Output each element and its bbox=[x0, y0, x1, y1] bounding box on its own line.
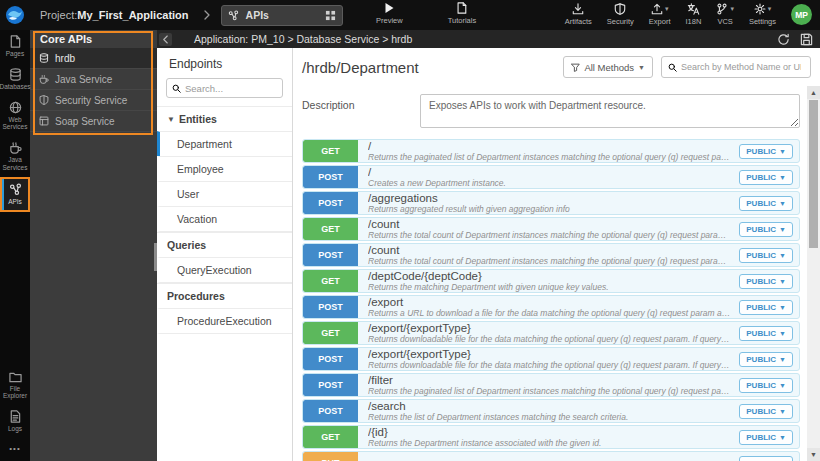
filter-icon bbox=[571, 63, 580, 72]
settings-label: Settings bbox=[749, 17, 776, 26]
endpoint-item[interactable]: Vacation bbox=[157, 206, 292, 232]
artifacts-button[interactable]: Artifacts bbox=[565, 2, 592, 26]
api-method-row[interactable]: POST /aggregations Returns aggregated re… bbox=[302, 191, 800, 215]
api-method-row[interactable]: GET /{id} Returns the Department instanc… bbox=[302, 425, 800, 449]
method-path: / bbox=[368, 166, 731, 178]
visibility-dropdown[interactable]: PUBLIC ▼ bbox=[739, 170, 793, 185]
scroll-down-button[interactable]: ▼ bbox=[807, 448, 820, 461]
visibility-dropdown[interactable]: PUBLIC ▼ bbox=[739, 456, 793, 461]
api-method-row[interactable]: GET /deptCode/{deptCode} Returns the mat… bbox=[302, 269, 800, 293]
endpoint-item[interactable]: QueryExecution bbox=[157, 257, 292, 283]
endpoints-group-procedures[interactable]: Procedures bbox=[157, 283, 292, 308]
visibility-dropdown[interactable]: PUBLIC ▼ bbox=[739, 144, 793, 159]
i18n-button[interactable]: I18N bbox=[686, 2, 702, 26]
method-description: Returns the total count of Department in… bbox=[368, 230, 731, 240]
logo-icon bbox=[5, 5, 25, 25]
caret-down-icon: ▼ bbox=[779, 304, 786, 311]
visibility-label: PUBLIC bbox=[746, 329, 776, 338]
sidebar-item-label: Web Services bbox=[0, 116, 30, 132]
api-method-row[interactable]: POST /filter Returns the paginated list … bbox=[302, 373, 800, 397]
wavemaker-logo[interactable] bbox=[0, 0, 30, 30]
page-title: /hrdb/Department bbox=[302, 59, 563, 76]
core-api-item-hrdb[interactable]: hrdb bbox=[30, 48, 157, 69]
project-name-value: My_First_Application bbox=[77, 9, 188, 21]
sidebar-item-databases[interactable]: Databases bbox=[0, 63, 30, 96]
core-api-item-security-service[interactable]: Security Service bbox=[30, 90, 157, 111]
sidebar-item-pages[interactable]: Pages bbox=[0, 30, 30, 63]
endpoints-search[interactable] bbox=[166, 78, 283, 98]
tutorials-button[interactable]: Tutorials bbox=[448, 2, 476, 25]
save-icon[interactable] bbox=[800, 33, 813, 46]
api-method-row[interactable]: POST /count Returns the total count of D… bbox=[302, 243, 800, 267]
endpoint-item[interactable]: Department bbox=[157, 131, 292, 156]
scroll-up-button[interactable]: ▲ bbox=[807, 86, 820, 99]
endpoint-item[interactable]: User bbox=[157, 181, 292, 206]
api-method-row[interactable]: POST /export Returns a URL to download a… bbox=[302, 295, 800, 319]
method-description: Returns aggregated result with given agg… bbox=[368, 204, 731, 214]
visibility-dropdown[interactable]: PUBLIC ▼ bbox=[739, 222, 793, 237]
methods-scroll-area: Description Exposes APIs to work with De… bbox=[293, 86, 807, 461]
visibility-dropdown[interactable]: PUBLIC ▼ bbox=[739, 248, 793, 263]
api-method-row[interactable]: GET /count Returns the total count of De… bbox=[302, 217, 800, 241]
grid-icon[interactable] bbox=[325, 10, 336, 21]
visibility-dropdown[interactable]: PUBLIC ▼ bbox=[739, 300, 793, 315]
visibility-dropdown[interactable]: PUBLIC ▼ bbox=[739, 274, 793, 289]
api-method-row[interactable]: POST /export/{exportType} Returns downlo… bbox=[302, 347, 800, 371]
preview-label: Preview bbox=[376, 16, 403, 25]
settings-button[interactable]: ▾ Settings bbox=[749, 2, 776, 26]
sidebar-item-java-services[interactable]: Java Services bbox=[0, 136, 30, 177]
visibility-dropdown[interactable]: PUBLIC ▼ bbox=[739, 196, 793, 211]
visibility-dropdown[interactable]: PUBLIC ▼ bbox=[739, 352, 793, 367]
vertical-scrollbar[interactable]: ▲ ▼ bbox=[807, 86, 820, 461]
core-api-item-label: Security Service bbox=[55, 95, 127, 106]
rail-spacer bbox=[0, 212, 30, 366]
method-path: /export/{exportType} bbox=[368, 322, 731, 334]
description-textarea[interactable]: Exposes APIs to work with Department res… bbox=[420, 94, 800, 128]
api-method-row[interactable]: GET / Returns the paginated list of Depa… bbox=[302, 139, 800, 163]
coffee-icon bbox=[39, 74, 49, 84]
scrollbar-thumb[interactable] bbox=[809, 100, 818, 248]
collapse-panel-button[interactable] bbox=[159, 33, 172, 46]
sidebar-item-label: Databases bbox=[0, 83, 31, 91]
user-avatar[interactable]: MP bbox=[791, 4, 812, 25]
endpoints-group-queries[interactable]: Queries bbox=[157, 232, 292, 257]
api-method-row[interactable]: PUT PUBLIC ▼ bbox=[302, 451, 800, 461]
export-button[interactable]: ▾ Export bbox=[649, 2, 671, 26]
entities-list: Department Employee User Vacation bbox=[157, 131, 292, 232]
method-search[interactable] bbox=[661, 56, 811, 78]
api-method-row[interactable]: POST /search Returns the list of Departm… bbox=[302, 399, 800, 423]
http-method-badge: POST bbox=[303, 244, 358, 266]
vcs-button[interactable]: ▾ VCS bbox=[716, 2, 734, 26]
core-api-item-soap-service[interactable]: Soap Service bbox=[30, 111, 157, 132]
more-options-icon[interactable]: ••• bbox=[0, 438, 30, 461]
visibility-dropdown[interactable]: PUBLIC ▼ bbox=[739, 404, 793, 419]
panel-scrollbar-thumb[interactable] bbox=[154, 243, 157, 271]
preview-button[interactable]: Preview bbox=[376, 2, 403, 25]
core-api-item-java-service[interactable]: Java Service bbox=[30, 69, 157, 90]
methods-filter-dropdown[interactable]: All Methods ▼ bbox=[563, 56, 653, 78]
caret-down-icon: ▼ bbox=[779, 330, 786, 337]
sidebar-item-web-services[interactable]: Web Services bbox=[0, 96, 30, 137]
api-method-row[interactable]: GET /export/{exportType} Returns downloa… bbox=[302, 321, 800, 345]
core-apis-title: Core APIs bbox=[30, 30, 157, 48]
endpoints-group-entities[interactable]: ▼ Entities bbox=[157, 106, 292, 131]
sidebar-item-file-explorer[interactable]: File Explorer bbox=[0, 366, 30, 406]
method-description: Returns the Department instance associat… bbox=[368, 438, 731, 448]
api-method-row[interactable]: POST / Creates a new Department instance… bbox=[302, 165, 800, 189]
endpoint-item[interactable]: Employee bbox=[157, 156, 292, 181]
endpoint-item[interactable]: ProcedureExecution bbox=[157, 308, 292, 334]
visibility-dropdown[interactable]: PUBLIC ▼ bbox=[739, 326, 793, 341]
sidebar-item-apis[interactable]: APIs bbox=[0, 177, 30, 212]
sidebar-item-logs[interactable]: Logs bbox=[0, 405, 30, 438]
visibility-dropdown[interactable]: PUBLIC ▼ bbox=[739, 430, 793, 445]
visibility-dropdown[interactable]: PUBLIC ▼ bbox=[739, 378, 793, 393]
security-button[interactable]: Security bbox=[607, 2, 634, 26]
tab-apis[interactable]: APIs bbox=[221, 5, 343, 26]
method-description: Returns the total count of Department in… bbox=[368, 256, 731, 266]
method-path: /export/{exportType} bbox=[368, 348, 731, 360]
method-path: /filter bbox=[368, 374, 731, 386]
queries-list: QueryExecution bbox=[157, 257, 292, 283]
endpoints-search-input[interactable] bbox=[185, 83, 275, 94]
method-search-input[interactable] bbox=[681, 62, 801, 72]
refresh-icon[interactable] bbox=[777, 33, 790, 46]
